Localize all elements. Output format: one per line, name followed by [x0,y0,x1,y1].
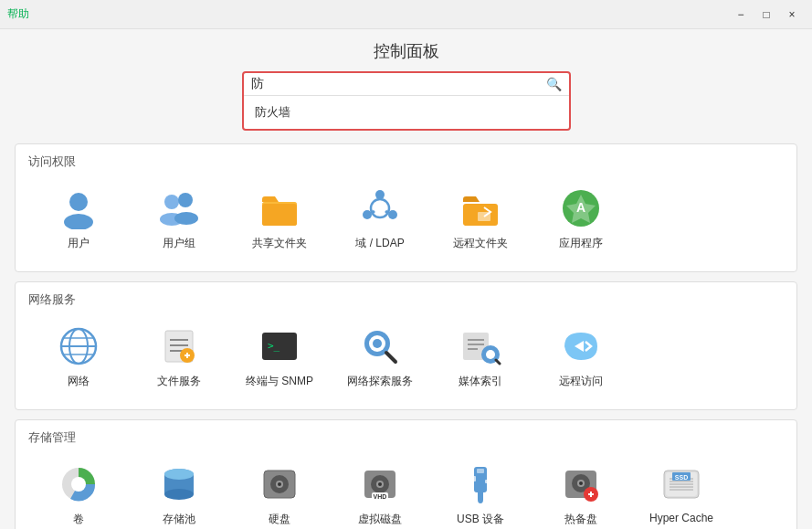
svg-point-1 [64,214,93,229]
fileservice-icon [157,324,201,368]
hdd-icon [258,462,301,506]
close-button[interactable]: × [779,5,805,25]
network-icon [57,324,100,368]
icon-item-ldap[interactable]: 域 / LDAP [330,179,430,259]
vhd-label: 虚拟磁盘 [358,512,402,527]
icon-item-hdd[interactable]: 硬盘 [229,455,330,529]
icon-item-fileservice[interactable]: 文件服务 [129,317,229,397]
svg-line-24 [373,211,374,213]
sharedfolder-icon [258,186,301,230]
mediaindex-label: 媒体索引 [459,374,502,389]
minimize-button[interactable]: − [728,5,754,25]
icon-item-remotefolder[interactable]: 远程文件夹 [430,179,531,259]
icon-item-apps[interactable]: A 应用程序 [531,179,631,259]
icon-item-storagepool[interactable]: 存储池 [129,455,229,529]
search-suggestion-firewall[interactable]: 防火墙 [244,100,569,125]
svg-point-4 [178,193,193,207]
terminal-icon: >_ [258,324,301,368]
search-input[interactable] [251,77,546,91]
icon-item-usb[interactable]: USB 设备 [430,455,531,529]
icon-item-vhd[interactable]: VHD 虚拟磁盘 [330,455,430,529]
usb-label: USB 设备 [457,512,504,527]
svg-rect-8 [262,204,297,226]
user-icon [57,186,100,230]
svg-rect-74 [485,480,489,483]
svg-line-53 [496,360,500,364]
ldap-label: 域 / LDAP [355,236,404,251]
icon-item-hypercache[interactable]: SSD Hyper Cache [631,455,732,529]
section-network: 网络服务 网络 [15,281,797,410]
remotefolder-icon [459,186,502,230]
hotspare-icon [559,462,603,506]
icon-item-remoteaccess[interactable]: 远程访问 [531,317,631,397]
svg-point-9 [371,199,389,217]
maximize-button[interactable]: □ [754,5,779,25]
section-access-title: 访问权限 [28,153,784,170]
mediaindex-icon [459,324,502,368]
storagepool-icon [157,462,201,506]
svg-point-16 [376,191,384,198]
svg-rect-72 [477,469,484,473]
svg-text:SSD: SSD [675,474,688,481]
svg-text:VHD: VHD [374,493,387,500]
remoteaccess-icon [559,324,603,368]
svg-line-23 [385,211,387,213]
sharedfolder-label: 共享文件夹 [252,236,307,251]
icon-item-networksearch[interactable]: 网络探索服务 [330,317,430,397]
title-bar: 帮助 − □ × [0,0,812,29]
icon-item-terminal[interactable]: >_ 终端与 SNMP [229,317,330,397]
help-link[interactable]: 帮助 [7,6,29,22]
fileservice-label: 文件服务 [157,374,201,389]
svg-point-78 [579,481,583,485]
svg-text:A: A [576,200,585,215]
icon-item-sharedfolder[interactable]: 共享文件夹 [229,179,330,259]
search-input-row: 🔍 [244,73,569,95]
svg-point-68 [378,482,382,486]
hypercache-label: Hyper Cache [649,512,713,524]
svg-point-52 [486,350,495,359]
svg-point-17 [389,211,396,218]
section-storage-title: 存储管理 [28,429,784,446]
search-wrapper: 🔍 防火墙 [242,71,571,131]
icon-item-user[interactable]: 用户 [28,179,129,259]
icon-item-volume[interactable]: 卷 [28,455,129,529]
page-title: 控制面板 [15,40,797,62]
remoteaccess-label: 远程访问 [559,374,603,389]
usergroup-label: 用户组 [163,236,195,251]
hotspare-label: 热备盘 [564,512,597,527]
terminal-label: 终端与 SNMP [246,374,313,389]
search-icon[interactable]: 🔍 [546,77,562,91]
storage-icon-grid: 卷 存储池 [28,455,784,529]
volume-label: 卷 [73,512,84,527]
svg-line-46 [386,353,395,362]
svg-point-59 [164,469,194,480]
svg-text:>_: >_ [268,340,280,352]
networksearch-label: 网络探索服务 [347,374,413,389]
user-label: 用户 [68,236,90,251]
icon-item-network[interactable]: 网络 [28,317,129,397]
hypercache-icon: SSD [659,462,703,506]
ldap-icon [358,186,402,230]
icon-item-hotspare[interactable]: 热备盘 [531,455,631,529]
network-icon-grid: 网络 文件服务 [28,317,784,397]
section-access: 访问权限 用户 [15,143,797,272]
svg-rect-73 [472,476,476,481]
svg-point-58 [164,489,194,500]
usb-icon [459,462,502,506]
icon-item-usergroup[interactable]: 用户组 [129,179,229,259]
icon-item-mediaindex[interactable]: 媒体索引 [430,317,531,397]
volume-icon [57,462,100,506]
remotefolder-label: 远程文件夹 [453,236,508,251]
section-storage: 存储管理 卷 [15,419,797,529]
section-network-title: 网络服务 [28,291,784,308]
svg-point-18 [364,211,371,218]
svg-point-45 [373,339,382,348]
storagepool-label: 存储池 [163,512,195,527]
svg-point-5 [174,212,198,225]
network-label: 网络 [68,374,90,389]
main-content: 控制面板 🔍 防火墙 访问权限 用户 [0,29,812,529]
svg-point-64 [278,482,281,486]
svg-point-2 [164,195,179,209]
networksearch-icon [358,324,402,368]
apps-icon: A [559,186,603,230]
